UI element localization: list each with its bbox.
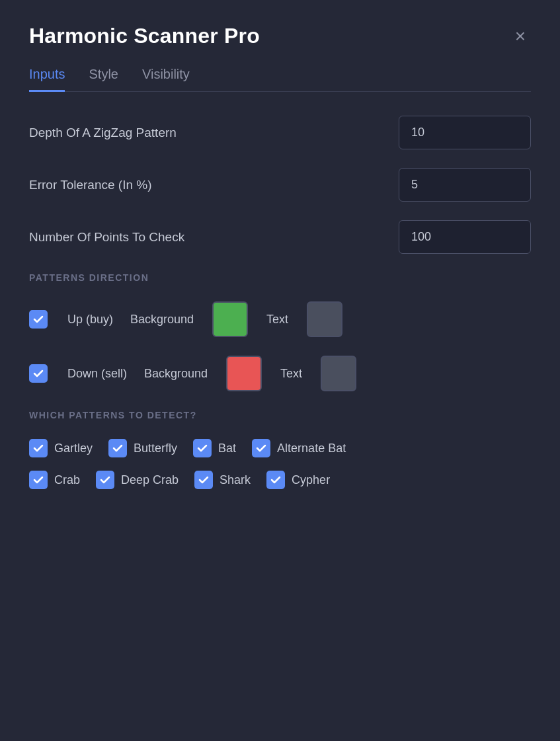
pattern-item-gartley: Gartley bbox=[29, 439, 93, 457]
up-direction-row: Up (buy) Background Text bbox=[29, 301, 531, 337]
tab-style[interactable]: Style bbox=[89, 67, 118, 92]
patterns-row-2: Crab Deep Crab Shark Cypher bbox=[29, 471, 531, 489]
butterfly-label: Butterfly bbox=[134, 442, 177, 455]
pattern-item-alt-bat: Alternate Bat bbox=[252, 439, 346, 457]
pattern-item-deep-crab: Deep Crab bbox=[96, 471, 179, 489]
depth-input[interactable] bbox=[399, 116, 531, 149]
pattern-item-shark: Shark bbox=[194, 471, 251, 489]
points-input[interactable] bbox=[399, 220, 531, 254]
down-bg-label: Background bbox=[144, 367, 208, 381]
depth-row: Depth Of A ZigZag Pattern bbox=[29, 116, 531, 149]
pattern-item-crab: Crab bbox=[29, 471, 80, 489]
which-patterns-section: WHICH PATTERNS TO DETECT? Gartley Butter… bbox=[29, 410, 531, 489]
tab-inputs[interactable]: Inputs bbox=[29, 67, 65, 92]
deep-crab-checkbox[interactable] bbox=[96, 471, 114, 489]
points-label: Number Of Points To Check bbox=[29, 230, 184, 245]
up-text-color-swatch[interactable] bbox=[307, 301, 342, 337]
error-row: Error Tolerance (In %) bbox=[29, 168, 531, 202]
down-direction-row: Down (sell) Background Text bbox=[29, 356, 531, 391]
shark-checkbox[interactable] bbox=[194, 471, 213, 489]
pattern-item-butterfly: Butterfly bbox=[108, 439, 177, 457]
dialog-header: Harmonic Scanner Pro × bbox=[29, 24, 531, 48]
pattern-item-bat: Bat bbox=[193, 439, 236, 457]
dialog: Harmonic Scanner Pro × Inputs Style Visi… bbox=[0, 0, 560, 741]
up-checkbox[interactable] bbox=[29, 310, 48, 329]
error-input[interactable] bbox=[399, 168, 531, 202]
gartley-label: Gartley bbox=[54, 442, 93, 455]
alt-bat-checkbox[interactable] bbox=[252, 439, 270, 457]
deep-crab-label: Deep Crab bbox=[121, 473, 179, 487]
crab-checkbox[interactable] bbox=[29, 471, 48, 489]
up-bg-color-swatch[interactable] bbox=[212, 301, 248, 337]
down-direction-label: Down (sell) bbox=[67, 367, 127, 381]
depth-label: Depth Of A ZigZag Pattern bbox=[29, 126, 177, 140]
dialog-title: Harmonic Scanner Pro bbox=[29, 24, 260, 48]
up-text-label: Text bbox=[266, 313, 288, 327]
crab-label: Crab bbox=[54, 473, 80, 487]
down-bg-color-swatch[interactable] bbox=[226, 356, 262, 391]
tab-bar: Inputs Style Visibility bbox=[29, 67, 531, 92]
cypher-checkbox[interactable] bbox=[266, 471, 285, 489]
which-patterns-header: WHICH PATTERNS TO DETECT? bbox=[29, 410, 531, 420]
tab-visibility[interactable]: Visibility bbox=[142, 67, 190, 92]
pattern-item-cypher: Cypher bbox=[266, 471, 330, 489]
gartley-checkbox[interactable] bbox=[29, 439, 48, 457]
down-text-color-swatch[interactable] bbox=[321, 356, 356, 391]
bat-label: Bat bbox=[218, 442, 236, 455]
bat-checkbox[interactable] bbox=[193, 439, 212, 457]
up-bg-label: Background bbox=[130, 313, 194, 327]
patterns-direction-header: PATTERNS DIRECTION bbox=[29, 272, 531, 283]
up-direction-label: Up (buy) bbox=[67, 313, 113, 327]
error-label: Error Tolerance (In %) bbox=[29, 178, 152, 192]
cypher-label: Cypher bbox=[292, 473, 330, 487]
patterns-direction-section: PATTERNS DIRECTION Up (buy) Background T… bbox=[29, 272, 531, 391]
down-text-label: Text bbox=[280, 367, 302, 381]
patterns-row-1: Gartley Butterfly Bat Alternate Bat bbox=[29, 439, 531, 457]
points-row: Number Of Points To Check bbox=[29, 220, 531, 254]
down-checkbox[interactable] bbox=[29, 364, 48, 383]
shark-label: Shark bbox=[220, 473, 251, 487]
alt-bat-label: Alternate Bat bbox=[277, 442, 346, 455]
inputs-section: Depth Of A ZigZag Pattern Error Toleranc… bbox=[29, 116, 531, 254]
butterfly-checkbox[interactable] bbox=[108, 439, 127, 457]
close-button[interactable]: × bbox=[510, 24, 531, 48]
